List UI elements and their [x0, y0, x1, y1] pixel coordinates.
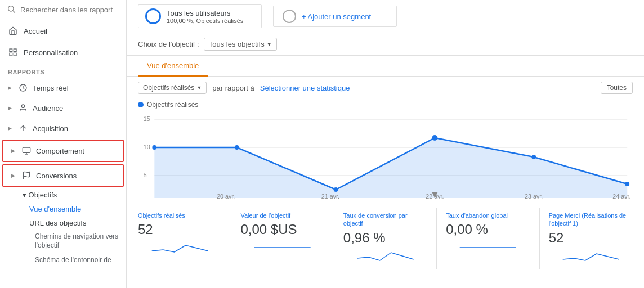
sidebar-item-acquisition[interactable]: ▶ Acquisition	[0, 118, 126, 138]
metric-value-4: 52	[549, 230, 633, 246]
flag-icon	[21, 170, 32, 181]
metric-title-4: Page Merci (Réalisations de l'objectif 1…	[549, 212, 633, 228]
mini-chart-0	[138, 240, 222, 255]
search-input[interactable]	[20, 6, 119, 14]
svg-rect-2	[10, 49, 12, 52]
sidebar: Accueil Personnalisation RAPPORTS ▶ Temp…	[0, 0, 127, 288]
svg-line-1	[13, 11, 15, 13]
sidebar-item-accueil[interactable]: Accueil	[0, 20, 126, 42]
sidebar-sub-url-objectifs[interactable]: URL des objectifs	[29, 216, 126, 230]
home-icon	[8, 26, 18, 36]
clock-icon	[18, 83, 28, 93]
metric-chevron-icon: ▼	[196, 85, 202, 91]
chevron-right-icon: ▶	[8, 105, 14, 111]
objectif-bar: Choix de l'objectif : Tous les objectifs…	[127, 33, 644, 56]
objectif-label: Choix de l'objectif :	[138, 40, 199, 48]
metric-dropdown-label: Objectifs réalisés	[143, 84, 194, 92]
objectif-value: Tous les objectifs	[209, 40, 265, 48]
metric-title-3: Taux d'abandon global	[446, 212, 530, 219]
svg-point-25	[625, 182, 629, 186]
sidebar-item-label-personnalisation: Personnalisation	[24, 48, 78, 57]
svg-text:20 avr.: 20 avr.	[217, 193, 235, 200]
conversions-subnav: ▾ Objectifs Vue d'ensemble URL des objec…	[0, 188, 126, 267]
sidebar-sub-vue-ensemble[interactable]: Vue d'ensemble	[29, 202, 126, 216]
svg-point-7	[21, 105, 24, 107]
metric-title-2: Taux de conversion par objectif	[343, 212, 427, 228]
svg-text:10: 10	[144, 143, 150, 150]
sidebar-item-label-conversions: Conversions	[36, 172, 77, 180]
sidebar-item-label-comportement: Comportement	[36, 147, 84, 155]
sidebar-item-conversions[interactable]: ▶ Conversions	[2, 164, 124, 187]
sidebar-sub-sub: Chemins de navigation vers l'objectif Sc…	[29, 230, 126, 267]
segment-tous-utilisateurs[interactable]: Tous les utilisateurs 100,00 %, Objectif…	[138, 4, 262, 28]
sidebar-item-audience[interactable]: ▶ Audience	[0, 98, 126, 118]
add-segment-button[interactable]: + Ajouter un segment	[273, 6, 397, 27]
metric-value-1: 0,00 $US	[240, 222, 324, 237]
sidebar-item-label-audience: Audience	[33, 104, 63, 112]
metric-value-2: 0,96 %	[343, 230, 427, 246]
sidebar-item-personnalisation[interactable]: Personnalisation	[0, 42, 126, 63]
line-chart-svg: 15 10 5 20 avr.	[138, 111, 633, 201]
chart-controls: Objectifs réalisés ▼ par rapport à Sélec…	[127, 77, 644, 98]
chart-legend: Objectifs réalisés	[138, 98, 633, 111]
stat-selector[interactable]: Sélectionner une statistique	[260, 84, 350, 92]
search-icon	[7, 4, 16, 15]
metric-value-0: 52	[138, 222, 222, 237]
chevron-down-icon: ▶	[11, 173, 17, 178]
mini-chart-4	[549, 248, 633, 264]
tab-bar: Vue d'ensemble	[127, 56, 644, 77]
svg-point-23	[432, 135, 438, 141]
metrics-row: Objectifs réalisés 52 Valeur de l'object…	[127, 201, 644, 276]
sidebar-sub-objectifs[interactable]: ▾ Objectifs	[23, 188, 126, 202]
sidebar-item-comportement[interactable]: ▶ Comportement	[2, 140, 124, 162]
svg-text:15: 15	[144, 115, 150, 122]
metric-title-0: Objectifs réalisés	[138, 212, 222, 219]
add-segment-label: + Ajouter un segment	[302, 12, 371, 21]
main-content: Tous les utilisateurs 100,00 %, Objectif…	[127, 0, 644, 288]
svg-point-24	[531, 155, 536, 159]
segment-circle	[145, 8, 161, 24]
svg-rect-4	[10, 53, 12, 56]
svg-text:21 avr.: 21 avr.	[321, 193, 339, 200]
mini-chart-3	[446, 240, 530, 255]
segment-title: Tous les utilisateurs	[167, 9, 243, 17]
svg-point-22	[334, 187, 338, 192]
arrow-icon	[18, 123, 28, 133]
svg-rect-5	[14, 53, 16, 56]
svg-point-0	[8, 6, 14, 11]
svg-rect-9	[23, 147, 30, 152]
mini-chart-2	[343, 248, 427, 264]
metric-card-valeur-objectif: Valeur de l'objectif 0,00 $US	[231, 208, 334, 269]
chevron-right-icon: ▶	[8, 85, 14, 91]
sidebar-sub-chemins[interactable]: Chemins de navigation vers l'objectif	[35, 230, 126, 252]
sidebar-item-temps-reel[interactable]: ▶ Temps réel	[0, 78, 126, 98]
add-segment-circle	[283, 10, 296, 23]
toutes-button[interactable]: Toutes	[601, 82, 633, 94]
svg-rect-3	[14, 49, 16, 52]
metric-card-taux-conversion: Taux de conversion par objectif 0,96 %	[334, 208, 437, 269]
chevron-right-icon: ▶	[11, 148, 17, 154]
sidebar-sub-schema[interactable]: Schéma de l'entonnoir de	[35, 254, 126, 267]
objectif-dropdown[interactable]: Tous les objectifs ▼	[204, 38, 277, 51]
segment-bar: Tous les utilisateurs 100,00 %, Objectif…	[127, 0, 644, 33]
metric-card-page-merci: Page Merci (Réalisations de l'objectif 1…	[540, 208, 633, 269]
svg-text:23 avr.: 23 avr.	[525, 193, 543, 200]
legend-dot	[138, 102, 144, 107]
metric-value-3: 0,00 %	[446, 222, 530, 237]
monitor-icon	[21, 146, 32, 156]
svg-text:24 avr.: 24 avr.	[612, 193, 630, 200]
metric-title-1: Valeur de l'objectif	[240, 212, 324, 219]
segment-info: Tous les utilisateurs 100,00 %, Objectif…	[167, 9, 243, 24]
metric-dropdown[interactable]: Objectifs réalisés ▼	[138, 82, 207, 94]
chevron-right-icon: ▶	[8, 125, 14, 131]
reports-section-label: RAPPORTS	[0, 63, 126, 78]
tab-vue-ensemble[interactable]: Vue d'ensemble	[138, 56, 208, 77]
chart-svg: 15 10 5 20 avr.	[138, 111, 633, 201]
person-icon	[18, 103, 28, 113]
grid-icon	[8, 47, 18, 57]
svg-point-21	[235, 145, 239, 150]
par-rapport-label: par rapport à	[212, 84, 254, 92]
svg-text:5: 5	[144, 172, 147, 178]
search-bar	[0, 0, 126, 20]
sidebar-item-label-temps-reel: Temps réel	[33, 84, 69, 92]
